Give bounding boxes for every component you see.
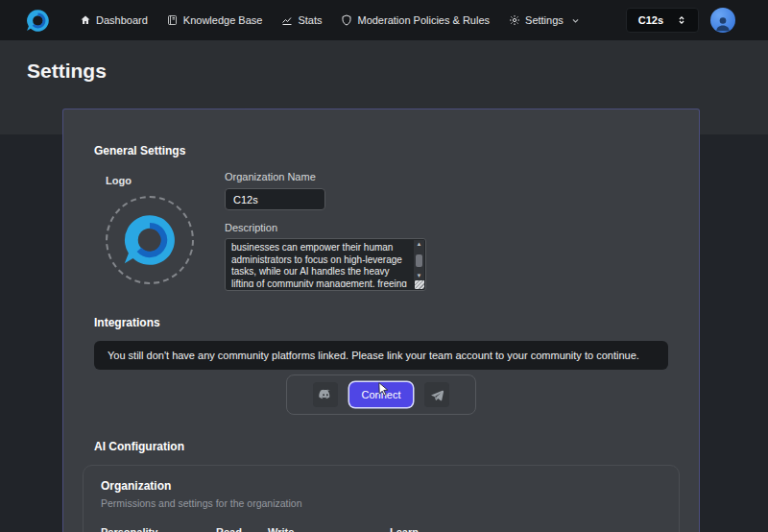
permissions-header-row: Personality Read Write Learn (101, 526, 661, 532)
org-name-label: Organization Name (225, 171, 668, 182)
nav-item-stats[interactable]: Stats (281, 14, 322, 26)
telegram-icon (430, 388, 444, 402)
home-icon (80, 14, 91, 26)
nav-item-knowledge-base[interactable]: Knowledge Base (167, 14, 263, 26)
user-avatar[interactable] (710, 8, 735, 33)
org-switcher-button[interactable]: C12s (626, 8, 699, 33)
chevron-down-icon (571, 16, 580, 25)
resize-grip-icon[interactable] (415, 280, 424, 289)
discord-button[interactable] (313, 382, 338, 407)
connect-button[interactable]: Connect (349, 382, 414, 407)
gear-icon (509, 14, 520, 26)
book-icon (167, 14, 179, 26)
top-navbar: Dashboard Knowledge Base Stats Moderatio… (0, 0, 768, 40)
nav-item-settings[interactable]: Settings (509, 14, 580, 26)
shield-icon (341, 14, 352, 26)
general-settings-heading: General Settings (94, 144, 668, 157)
nav-item-moderation[interactable]: Moderation Policies & Rules (341, 14, 490, 26)
scrollbar-thumb[interactable] (416, 254, 422, 267)
scroll-down-icon[interactable]: ▼ (417, 273, 422, 279)
description-label: Description (225, 222, 668, 233)
telegram-button[interactable] (424, 382, 449, 407)
column-read: Read (216, 526, 268, 532)
org-logo-icon (120, 210, 180, 270)
description-textarea[interactable]: businesses can empower their human admin… (225, 238, 426, 291)
column-learn: Learn (390, 526, 661, 532)
organization-panel: Organization Permissions and settings fo… (83, 465, 680, 532)
chart-icon (281, 14, 293, 26)
logo-upload-dropzone[interactable] (106, 196, 194, 284)
ai-configuration-heading: AI Configuration (94, 440, 668, 453)
person-icon (713, 13, 732, 33)
column-personality: Personality (101, 526, 216, 532)
brand-logo-icon[interactable] (25, 8, 51, 34)
scroll-up-icon[interactable]: ▲ (417, 241, 422, 248)
organization-subtitle: Permissions and settings for the organiz… (101, 497, 661, 509)
nav-items: Dashboard Knowledge Base Stats Moderatio… (80, 14, 580, 26)
textarea-scrollbar[interactable]: ▲ ▼ (414, 240, 424, 280)
column-write: Write (268, 526, 294, 532)
description-text: businesses can empower their human admin… (231, 242, 412, 287)
nav-item-dashboard[interactable]: Dashboard (80, 14, 148, 26)
integrations-heading: Integrations (94, 316, 668, 329)
no-platforms-alert: You still don't have any community platf… (94, 341, 668, 370)
logo-label: Logo (106, 175, 225, 186)
organization-title: Organization (101, 479, 661, 493)
chevrons-up-down-icon (677, 14, 686, 26)
connect-platform-group: Connect (286, 375, 476, 415)
org-name-input[interactable] (225, 188, 325, 210)
discord-icon (318, 387, 333, 402)
settings-card: General Settings Logo Organization Name … (62, 109, 700, 532)
page-title: Settings (27, 60, 107, 83)
